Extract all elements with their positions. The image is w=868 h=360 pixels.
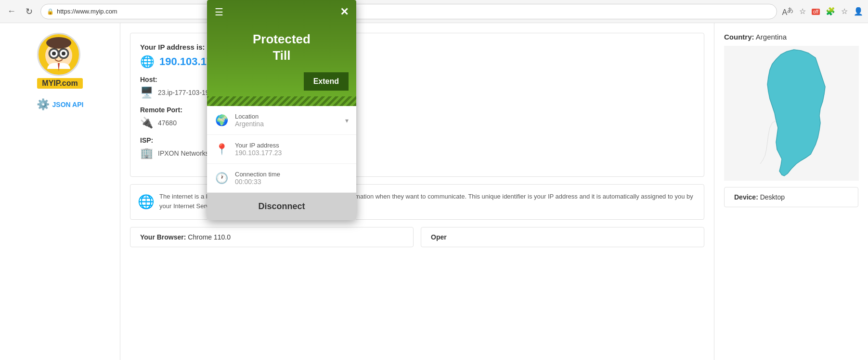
vpn-header: ☰ ✕ Protected Till Extend	[207, 0, 356, 96]
vpn-ip-value: 190.103.177.23	[235, 149, 282, 157]
country-text: Country:	[724, 33, 754, 41]
svg-point-10	[52, 52, 56, 55]
ip-pin-icon: 📍	[215, 143, 228, 156]
vpn-title-line2: Till	[253, 48, 311, 64]
site-logo: MYIP.com	[37, 33, 82, 89]
device-value: Desktop	[760, 193, 785, 201]
vpn-top-bar: ☰ ✕	[215, 6, 349, 18]
remote-port-value: 47680	[158, 119, 177, 127]
close-icon[interactable]: ✕	[340, 6, 349, 18]
browser-card: Your Browser: Chrome 110.0	[130, 227, 414, 247]
extend-button[interactable]: Extend	[304, 72, 349, 91]
svg-point-15	[46, 37, 71, 49]
device-card: Device: Desktop	[724, 187, 858, 207]
country-label: Country: Argentina	[724, 33, 858, 41]
os-card: Oper	[421, 227, 704, 247]
chevron-down-icon: ▾	[345, 117, 349, 124]
connection-time-value: 00:00:33	[235, 178, 280, 186]
vpn-ip-content: Your IP address 190.103.177.23	[235, 142, 282, 157]
logo-text: MYIP.com	[42, 79, 78, 87]
device-label: Device:	[734, 193, 758, 201]
info-icon: 🌐	[138, 192, 155, 212]
bookmark-icon[interactable]: ☆	[841, 7, 848, 16]
vpn-popup: ☰ ✕ Protected Till Extend 🌍 Location Arg…	[207, 0, 356, 220]
back-button[interactable]: ←	[5, 5, 18, 18]
connection-time-content: Connection time 00:00:33	[235, 171, 280, 186]
os-label: Oper	[431, 233, 447, 241]
browser-chrome: ← ↻ 🔒 https://www.myip.com Aあ ☆ off 🧩 ☆ …	[0, 0, 868, 23]
connection-time-row: 🕐 Connection time 00:00:33	[207, 164, 356, 193]
map-container	[724, 46, 858, 182]
sidebar: MYIP.com ⚙️ JSON API	[0, 23, 120, 360]
lock-icon: 🔒	[47, 8, 54, 15]
isp-icon: 🏢	[140, 147, 153, 160]
vpn-title-line1: Protected	[253, 31, 311, 48]
hamburger-icon[interactable]: ☰	[215, 6, 223, 18]
stripe-divider	[207, 96, 356, 106]
computer-icon: 🖥️	[140, 86, 153, 99]
url-text: https://www.myip.com	[57, 8, 117, 15]
logo-avatar	[37, 33, 80, 76]
browser-nav: ← ↻	[5, 5, 36, 18]
bottom-row: Your Browser: Chrome 110.0 Oper	[130, 227, 704, 247]
location-globe-icon: 🌍	[215, 114, 228, 127]
favorites-icon[interactable]: ☆	[799, 7, 806, 16]
location-value: Argentina	[235, 120, 338, 128]
browser-actions: Aあ ☆ off 🧩 ☆ 👤	[782, 6, 863, 17]
browser-value: Chrome 110.0	[188, 233, 231, 241]
extension-badge[interactable]: off	[812, 7, 820, 15]
json-api-link[interactable]: ⚙️ JSON API	[37, 98, 84, 111]
page-layout: MYIP.com ⚙️ JSON API Your IP address is:…	[0, 23, 868, 360]
address-bar[interactable]: 🔒 https://www.myip.com	[40, 4, 777, 19]
port-icon: 🔌	[140, 117, 153, 129]
gear-icon: ⚙️	[37, 98, 50, 111]
extensions-icon[interactable]: 🧩	[826, 7, 835, 16]
country-value: Argentina	[756, 33, 787, 41]
translate-icon[interactable]: Aあ	[782, 6, 793, 17]
connection-time-label: Connection time	[235, 171, 280, 178]
vpn-title: Protected Till	[215, 28, 349, 67]
json-api-label: JSON API	[52, 101, 84, 108]
right-panel: Country: Argentina Device: Desktop	[714, 23, 868, 360]
profile-icon[interactable]: 👤	[854, 7, 863, 16]
vpn-info-section: 🌍 Location Argentina ▾ 📍 Your IP address…	[207, 106, 356, 193]
vpn-ip-row: 📍 Your IP address 190.103.177.23	[207, 135, 356, 164]
location-content: Location Argentina	[235, 113, 338, 128]
browser-label: Your Browser:	[140, 233, 186, 241]
svg-point-11	[62, 52, 65, 55]
vpn-ip-label: Your IP address	[235, 142, 282, 149]
clock-icon: 🕐	[215, 172, 228, 185]
location-row[interactable]: 🌍 Location Argentina ▾	[207, 106, 356, 135]
refresh-button[interactable]: ↻	[22, 5, 36, 18]
location-label: Location	[235, 113, 338, 120]
globe-icon: 🌐	[140, 55, 155, 68]
argentina-map	[724, 46, 859, 181]
disconnect-button[interactable]: Disconnect	[207, 193, 356, 220]
